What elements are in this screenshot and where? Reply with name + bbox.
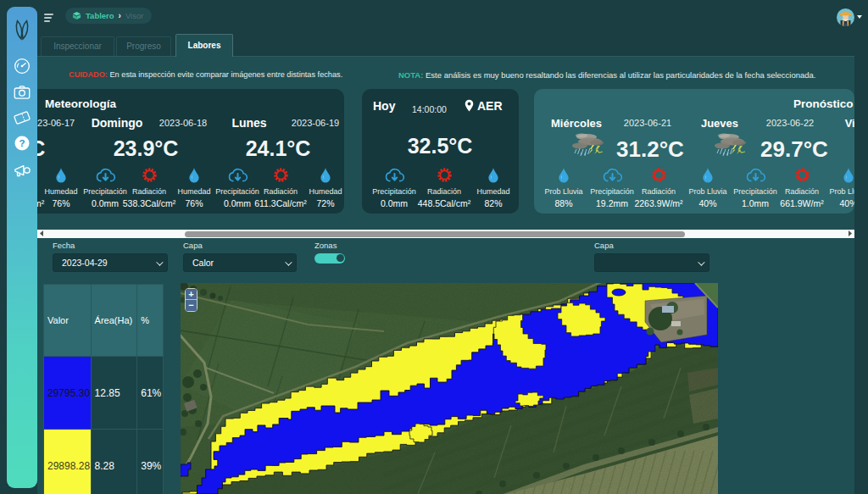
svg-text:?: ? (19, 138, 25, 148)
